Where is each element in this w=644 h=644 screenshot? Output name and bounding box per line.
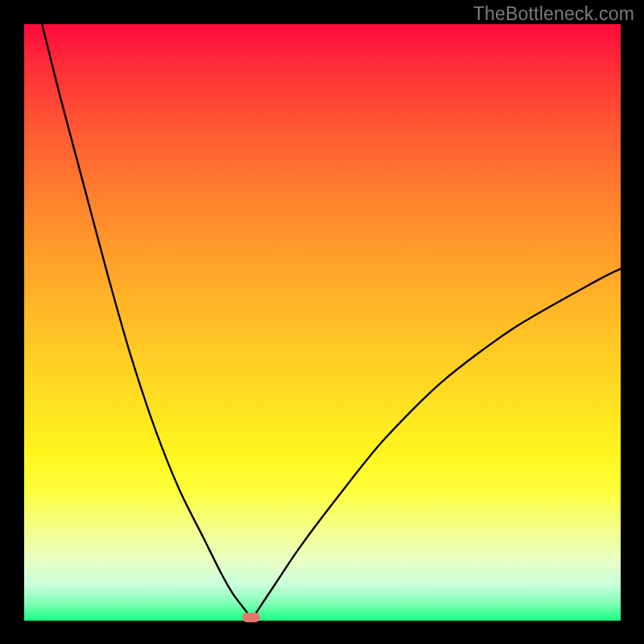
bottleneck-curve	[42, 24, 621, 617]
min-marker	[242, 613, 260, 622]
watermark-text: TheBottleneck.com	[473, 3, 634, 25]
curve-svg	[24, 24, 621, 621]
plot-area	[24, 24, 621, 621]
